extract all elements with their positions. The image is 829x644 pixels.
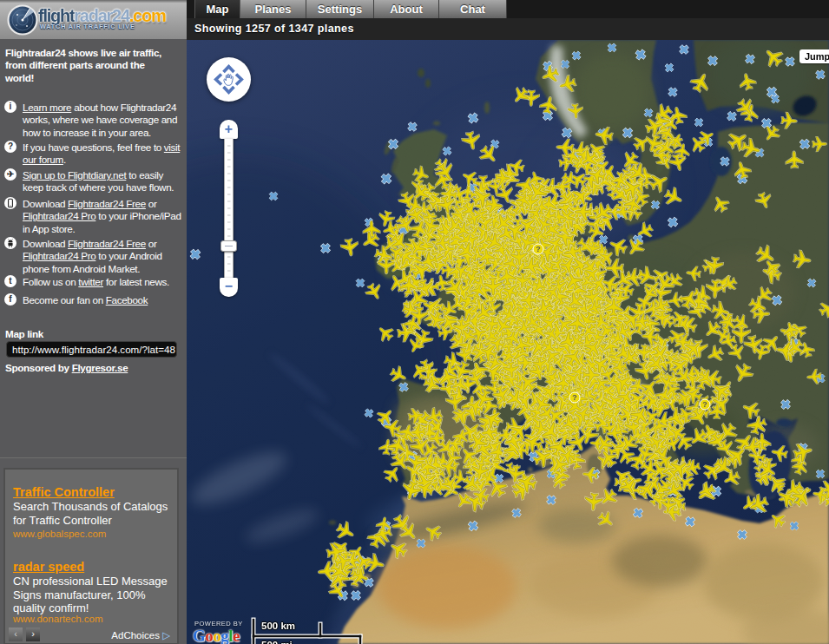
svg-text:?: ? (572, 393, 577, 402)
svg-text:?: ? (536, 245, 541, 253)
svg-text:?: ? (702, 400, 707, 409)
